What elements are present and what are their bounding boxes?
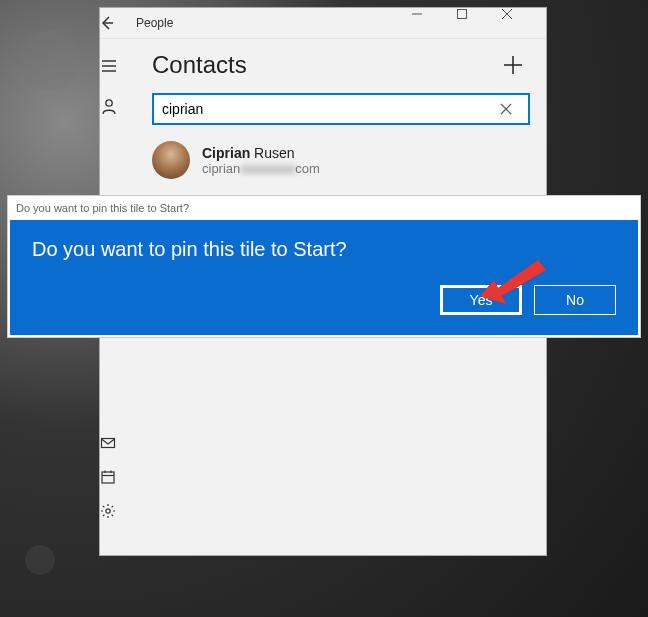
no-button[interactable]: No — [534, 285, 616, 315]
search-input[interactable] — [154, 101, 500, 117]
calendar-icon[interactable] — [100, 469, 148, 485]
maximize-button[interactable] — [456, 8, 501, 39]
result-email: ciprianxxxxxxxxxxcom — [202, 161, 320, 176]
window-title: People — [132, 16, 411, 30]
svg-line-21 — [103, 515, 104, 516]
pin-to-start-dialog: Do you want to pin this tile to Start? D… — [8, 196, 640, 337]
search-box[interactable] — [152, 93, 530, 125]
search-row — [148, 93, 530, 125]
titlebar: People — [100, 8, 546, 39]
settings-gear-icon[interactable] — [100, 503, 148, 519]
result-text: Ciprian Rusen ciprianxxxxxxxxxxcom — [202, 145, 320, 176]
dialog-question: Do you want to pin this tile to Start? — [32, 238, 616, 261]
dialog-buttons: Yes No — [32, 285, 616, 315]
avatar — [152, 141, 190, 179]
back-button[interactable] — [100, 16, 132, 30]
search-result-item[interactable]: Ciprian Rusen ciprianxxxxxxxxxxcom — [148, 125, 530, 179]
dialog-body: Do you want to pin this tile to Start? Y… — [10, 220, 638, 335]
svg-line-18 — [103, 506, 104, 507]
minimize-button[interactable] — [411, 8, 456, 39]
add-contact-button[interactable] — [502, 54, 530, 76]
svg-rect-1 — [458, 9, 467, 18]
clear-search-icon[interactable] — [500, 103, 528, 115]
yes-button[interactable]: Yes — [440, 285, 522, 315]
page-title: Contacts — [152, 51, 502, 79]
close-button[interactable] — [501, 8, 546, 39]
svg-point-13 — [106, 509, 110, 513]
hamburger-icon[interactable] — [100, 57, 148, 75]
contacts-icon[interactable] — [100, 97, 148, 115]
result-name: Ciprian Rusen — [202, 145, 320, 161]
mail-icon[interactable] — [100, 435, 148, 451]
svg-line-19 — [112, 515, 113, 516]
svg-rect-9 — [102, 472, 114, 483]
dialog-caption: Do you want to pin this tile to Start? — [10, 198, 638, 220]
svg-line-20 — [112, 506, 113, 507]
svg-point-7 — [106, 100, 112, 106]
header-row: Contacts — [148, 51, 530, 79]
